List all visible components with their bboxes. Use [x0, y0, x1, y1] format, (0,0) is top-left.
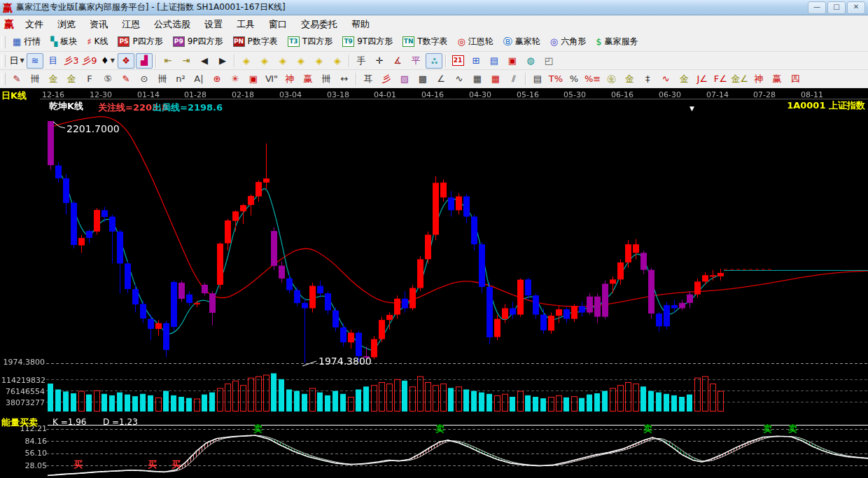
tool-web-square[interactable]: ▣: [245, 71, 262, 87]
tool-expand-all[interactable]: ◈: [293, 53, 309, 69]
tool-box-hatch[interactable]: ▨: [396, 71, 413, 87]
toolbar-button-gann-wheel[interactable]: ◎江恩轮: [453, 34, 498, 50]
menu-item-4[interactable]: 公式选股: [147, 17, 197, 31]
tool-save[interactable]: ▣: [504, 53, 521, 69]
tool-wave-3[interactable]: 彡3: [63, 53, 80, 69]
tool-h-range[interactable]: ↔: [336, 71, 353, 87]
toolbar-button-9p-square[interactable]: P99P四方形: [168, 34, 228, 50]
tool-skip-last[interactable]: ⇥: [178, 53, 195, 69]
tool-t-percent[interactable]: T%: [547, 71, 564, 87]
tool-time-circle[interactable]: ⊙: [136, 71, 153, 87]
tool-pan-hand[interactable]: 手: [353, 53, 370, 69]
tool-f-grid[interactable]: F: [81, 71, 98, 87]
tool-angle-fan[interactable]: ∠: [433, 71, 449, 87]
maximize-button[interactable]: □: [827, 1, 846, 14]
tool-shen-angle[interactable]: 神: [750, 71, 767, 87]
toolbar-grip[interactable]: [1, 73, 6, 85]
tool-wave-9[interactable]: 彡9: [81, 53, 98, 69]
tool-draw-pencil[interactable]: ✎: [8, 71, 25, 87]
tool-box-fill[interactable]: ▩: [414, 71, 431, 87]
toolbar-grip[interactable]: [1, 36, 6, 48]
tool-fan-lines[interactable]: 彡: [378, 71, 395, 87]
tool-matrix-1[interactable]: ▦: [469, 71, 486, 87]
tool-n-square[interactable]: n²: [172, 71, 189, 87]
tool-price-grid[interactable]: 卌: [154, 71, 171, 87]
tool-grid-123[interactable]: 卌: [318, 71, 335, 87]
tool-gold-box[interactable]: 金: [676, 71, 692, 87]
tool-grid-lines[interactable]: 卌: [27, 71, 43, 87]
tool-gold-angle[interactable]: 金∠: [730, 71, 749, 87]
tool-wave-tool[interactable]: ∿: [451, 71, 468, 87]
toolbar-button-winner-wheel[interactable]: Ⓑ赢家轮: [498, 34, 545, 50]
tool-red-pencil[interactable]: ✎: [118, 71, 134, 87]
tool-shift-right[interactable]: ◈: [256, 53, 273, 69]
minimize-button[interactable]: —: [808, 1, 826, 14]
menu-item-0[interactable]: 文件: [18, 17, 50, 31]
tool-f-angle[interactable]: F∠: [712, 71, 729, 87]
tool-crosshair[interactable]: ✛: [371, 53, 388, 69]
toolbar-button-p-square[interactable]: PSP四方形: [113, 34, 167, 50]
tool-gann-web[interactable]: ✳: [227, 71, 244, 87]
tool-gold-grid-1[interactable]: 金: [45, 71, 62, 87]
tool-candle-style[interactable]: ♦▼: [99, 53, 116, 69]
menu-item-1[interactable]: 浏览: [50, 17, 83, 31]
tool-gold-circle[interactable]: ㊎: [603, 71, 620, 87]
tool-calculator[interactable]: ⊞: [468, 53, 484, 69]
tool-j-angle[interactable]: J∠: [694, 71, 710, 87]
tool-gann-tool[interactable]: 平: [407, 53, 424, 69]
tool-notebook[interactable]: ▤: [486, 53, 503, 69]
tool-shift-left[interactable]: ◈: [238, 53, 255, 69]
tool-info-doc[interactable]: 目: [45, 53, 62, 69]
toolbar-button-p-number-table[interactable]: PNP数字表: [228, 34, 283, 50]
menu-item-2[interactable]: 资讯: [83, 17, 115, 31]
tool-compress[interactable]: ◈: [311, 53, 328, 69]
tool-ying-tool[interactable]: 赢: [300, 71, 316, 87]
toolbar-button-t-number-table[interactable]: TNT数字表: [398, 34, 452, 50]
tool-brush[interactable]: ‡: [639, 71, 656, 87]
menu-item-5[interactable]: 设置: [197, 17, 230, 31]
tool-computer[interactable]: ◰: [540, 53, 557, 69]
tool-circle-cross[interactable]: ⊕: [209, 71, 225, 87]
menu-item-7[interactable]: 窗口: [262, 17, 294, 31]
tool-volume-histogram[interactable]: ▟: [136, 53, 153, 69]
tool-smart-analysis[interactable]: ஃ: [426, 53, 442, 69]
tool-calendar-21[interactable]: 21: [449, 53, 466, 69]
tool-qiankun-pattern[interactable]: ❖: [118, 53, 134, 69]
tool-shen-tool[interactable]: 神: [281, 71, 298, 87]
tool-wave-view[interactable]: ≋: [27, 53, 43, 69]
tool-expand-h[interactable]: ◈: [274, 53, 291, 69]
tool-channel[interactable]: ∿: [657, 71, 674, 87]
toolbar-button-t-square[interactable]: T3T四方形: [283, 34, 337, 50]
toolbar-grip[interactable]: [1, 55, 6, 67]
tool-k-mark[interactable]: Ⅵ": [263, 71, 280, 87]
tool-pillar[interactable]: 耳: [360, 71, 377, 87]
tool-percent[interactable]: %: [566, 71, 582, 87]
tool-stat-table[interactable]: ▤: [529, 71, 546, 87]
menu-item-9[interactable]: 帮助: [344, 17, 377, 31]
tool-parallel-lines[interactable]: ⫽: [505, 71, 522, 87]
tool-next-bar[interactable]: ▶: [214, 53, 231, 69]
tool-angle-line[interactable]: A|: [190, 71, 207, 87]
tool-net-data[interactable]: ◍: [522, 53, 539, 69]
tool-prev-bar[interactable]: ◀: [196, 53, 213, 69]
toolbar-button-9t-square[interactable]: T99T四方形: [337, 34, 398, 50]
tool-spiral[interactable]: ⑤: [99, 71, 116, 87]
tool-matrix-2[interactable]: ▦: [487, 71, 504, 87]
tool-compress-all[interactable]: ◈: [329, 53, 346, 69]
tool-ying-angle[interactable]: 赢: [769, 71, 785, 87]
tool-gold-line[interactable]: 金: [621, 71, 638, 87]
menu-item-3[interactable]: 江恩: [115, 17, 147, 31]
tool-percent-line[interactable]: %≡: [584, 71, 601, 87]
toolbar-button-hexagon[interactable]: ◎六角形: [545, 34, 591, 50]
tool-period-day[interactable]: 日▼: [8, 53, 25, 69]
menu-item-8[interactable]: 交易委托: [294, 17, 344, 31]
toolbar-button-sectors[interactable]: ▚板块: [46, 34, 82, 50]
tool-gold-grid-2[interactable]: 金: [63, 71, 80, 87]
toolbar-button-quotes[interactable]: ▦行情: [8, 34, 46, 50]
toolbar-button-kline[interactable]: ♯K线: [82, 34, 113, 50]
close-button[interactable]: ✕: [847, 1, 865, 14]
menu-item-6[interactable]: 工具: [230, 17, 262, 31]
tool-trend-line[interactable]: ∡: [389, 53, 406, 69]
toolbar-button-winner-service[interactable]: $赢家服务: [591, 34, 643, 50]
tool-skip-first[interactable]: ⇤: [160, 53, 176, 69]
